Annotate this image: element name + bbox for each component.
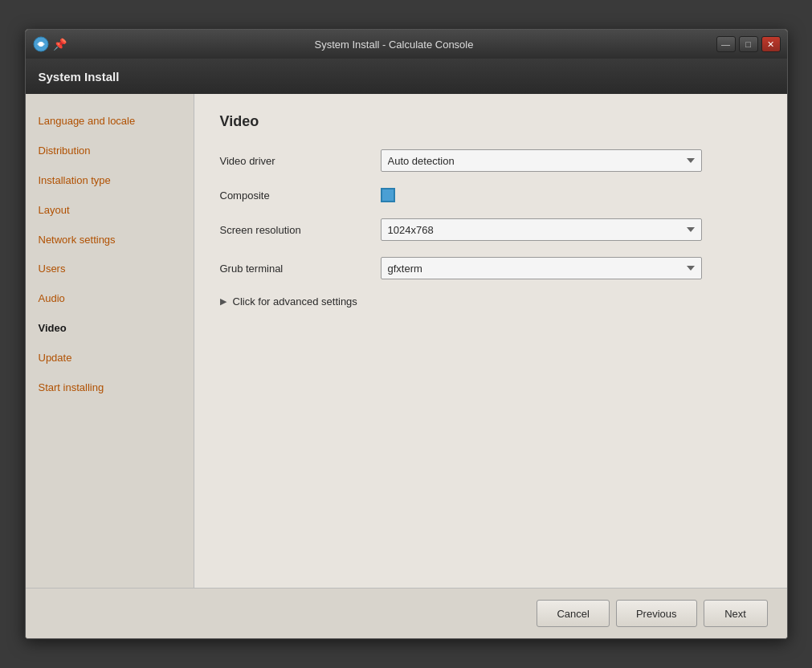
app-title: System Install <box>39 70 120 84</box>
footer: Cancel Previous Next <box>26 588 787 638</box>
grub-terminal-label: Grub terminal <box>220 263 381 275</box>
sidebar: Language and localeDistributionInstallat… <box>26 94 194 588</box>
sidebar-item-update[interactable]: Update <box>26 344 194 373</box>
svg-point-1 <box>39 42 43 47</box>
content-area: Video Video driver Auto detection nvidia… <box>194 94 787 588</box>
sidebar-item-distribution[interactable]: Distribution <box>26 136 194 166</box>
video-driver-control: Auto detection nvidia ati intel vesa <box>381 149 761 172</box>
maximize-button[interactable]: □ <box>739 36 758 52</box>
window-controls: — □ ✕ <box>716 36 781 52</box>
next-button[interactable]: Next <box>704 600 768 627</box>
main-window: 📌 System Install - Calculate Console — □… <box>25 29 788 639</box>
advanced-settings-row[interactable]: ▶ Click for advanced settings <box>220 295 761 308</box>
triangle-icon: ▶ <box>220 296 226 307</box>
sidebar-item-start-installing[interactable]: Start installing <box>26 373 194 403</box>
composite-checkbox[interactable] <box>381 188 395 202</box>
app-icon <box>32 35 50 53</box>
screen-resolution-control: 800x600 1024x768 1280x720 1280x1024 1366… <box>381 218 761 241</box>
sidebar-item-installation-type[interactable]: Installation type <box>26 166 194 196</box>
cancel-button[interactable]: Cancel <box>537 600 609 627</box>
sidebar-item-users[interactable]: Users <box>26 255 194 284</box>
sidebar-item-language[interactable]: Language and locale <box>26 107 194 136</box>
previous-button[interactable]: Previous <box>616 600 697 627</box>
composite-label: Composite <box>220 189 381 202</box>
sidebar-item-layout[interactable]: Layout <box>26 196 194 226</box>
screen-resolution-select[interactable]: 800x600 1024x768 1280x720 1280x1024 1366… <box>381 218 702 241</box>
titlebar: 📌 System Install - Calculate Console — □… <box>26 30 787 59</box>
advanced-settings-label: Click for advanced settings <box>233 295 357 308</box>
video-driver-row: Video driver Auto detection nvidia ati i… <box>220 149 761 172</box>
window-title: System Install - Calculate Console <box>72 39 716 51</box>
composite-control <box>381 188 761 202</box>
screen-resolution-row: Screen resolution 800x600 1024x768 1280x… <box>220 218 761 241</box>
minimize-button[interactable]: — <box>716 36 736 52</box>
app-header: System Install <box>26 59 787 94</box>
composite-row: Composite <box>220 188 761 202</box>
screen-resolution-label: Screen resolution <box>220 224 381 236</box>
sidebar-item-audio[interactable]: Audio <box>26 284 194 314</box>
close-button[interactable]: ✕ <box>761 36 781 52</box>
pin-icon: 📌 <box>53 38 66 51</box>
video-driver-label: Video driver <box>220 155 381 167</box>
main-area: Language and localeDistributionInstallat… <box>26 94 787 588</box>
grub-terminal-select[interactable]: gfxterm console serial <box>381 257 702 279</box>
sidebar-item-video[interactable]: Video <box>26 314 194 344</box>
grub-terminal-row: Grub terminal gfxterm console serial <box>220 257 761 279</box>
section-title: Video <box>220 113 761 130</box>
grub-terminal-control: gfxterm console serial <box>381 257 761 279</box>
video-driver-select[interactable]: Auto detection nvidia ati intel vesa <box>381 149 702 172</box>
sidebar-item-network-settings[interactable]: Network settings <box>26 226 194 255</box>
